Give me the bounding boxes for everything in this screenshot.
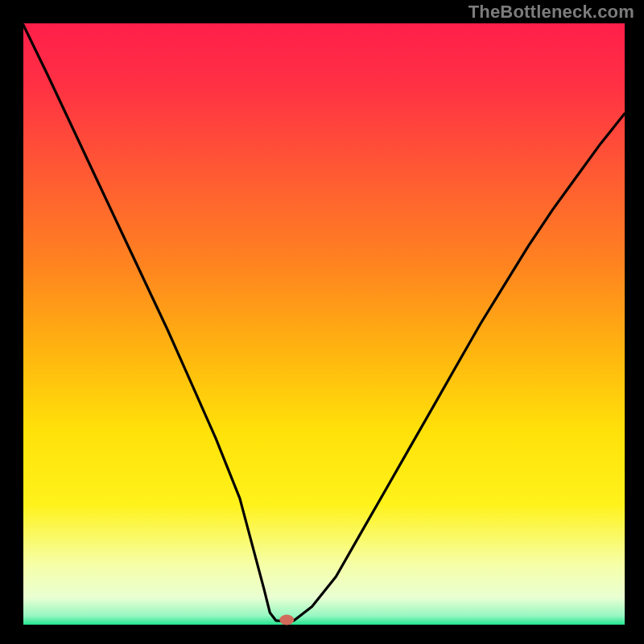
optimal-point-marker — [279, 615, 294, 625]
watermark-text: TheBottleneck.com — [469, 2, 634, 23]
bottleneck-chart — [0, 0, 644, 644]
plot-background — [23, 23, 625, 625]
chart-frame: TheBottleneck.com — [0, 0, 644, 644]
